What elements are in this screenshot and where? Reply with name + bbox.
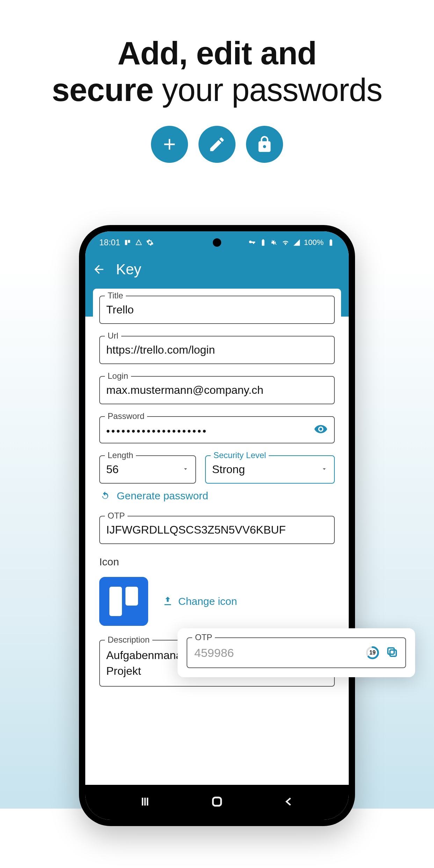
otp-field[interactable]: OTP IJFWGRDLLQSCS3Z5N5VV6KBUF xyxy=(99,516,335,544)
description-label: Description xyxy=(105,635,152,645)
login-field[interactable]: Login max.mustermann@company.ch xyxy=(99,376,335,404)
lock-icon xyxy=(246,126,283,163)
signal-icon xyxy=(293,239,301,246)
security-level-value: Strong xyxy=(212,463,245,476)
otp-popup-field: OTP 459986 19 xyxy=(187,637,406,668)
vpn-key-icon xyxy=(248,239,256,246)
recents-button[interactable] xyxy=(139,796,151,809)
home-button[interactable] xyxy=(210,795,224,810)
url-value: https://trello.com/login xyxy=(106,343,328,356)
battery-percent: 100% xyxy=(304,238,324,247)
length-value: 56 xyxy=(106,463,119,476)
length-field[interactable]: Length 56 xyxy=(99,455,196,484)
android-nav-bar xyxy=(85,785,349,820)
copy-button[interactable] xyxy=(386,646,398,660)
change-icon-label: Change icon xyxy=(178,595,237,607)
promo-line2: secure your passwords xyxy=(0,72,434,108)
status-time: 18:01 xyxy=(99,238,120,247)
change-icon-button[interactable]: Change icon xyxy=(162,595,237,607)
password-field[interactable]: Password •••••••••••••••••••• xyxy=(99,416,335,443)
status-app-icon xyxy=(124,239,131,246)
otp-timer-value: 19 xyxy=(366,646,379,660)
login-value: max.mustermann@company.ch xyxy=(106,384,328,397)
svg-rect-0 xyxy=(213,797,221,805)
app-bar-title: Key xyxy=(116,261,141,278)
otp-timer: 19 xyxy=(366,646,379,660)
generate-password-button[interactable]: Generate password xyxy=(100,490,335,502)
url-field[interactable]: Url https://trello.com/login xyxy=(99,336,335,364)
title-field[interactable]: Title Trello xyxy=(99,296,335,324)
status-warning-icon xyxy=(135,239,143,246)
phone-screen: 18:01 100% Key xyxy=(85,231,349,820)
otp-popup: OTP 459986 19 xyxy=(178,628,415,677)
camera-notch xyxy=(213,238,221,247)
promo-line1: Add, edit and xyxy=(0,35,434,72)
title-label: Title xyxy=(105,291,126,301)
app-bar: Key xyxy=(85,254,349,285)
phone-frame: 18:01 100% Key xyxy=(79,225,355,826)
battery-icon xyxy=(327,239,335,246)
promo-icons xyxy=(0,126,434,163)
svg-rect-4 xyxy=(388,648,394,654)
add-icon xyxy=(151,126,188,163)
mute-icon xyxy=(270,239,278,246)
chevron-down-icon xyxy=(321,465,328,474)
generate-password-label: Generate password xyxy=(117,490,208,502)
otp-code: 459986 xyxy=(194,646,234,660)
otp-value: IJFWGRDLLQSCS3Z5N5VV6KBUF xyxy=(106,523,328,536)
length-label: Length xyxy=(105,450,136,460)
svg-rect-3 xyxy=(390,650,396,656)
password-value: •••••••••••••••••••• xyxy=(106,425,310,437)
toggle-visibility-button[interactable] xyxy=(314,422,328,437)
status-settings-icon xyxy=(146,239,154,246)
security-level-label: Security Level xyxy=(211,450,269,460)
otp-label: OTP xyxy=(105,511,128,521)
otp-popup-label: OTP xyxy=(192,632,215,642)
edit-icon xyxy=(198,126,236,163)
login-label: Login xyxy=(105,371,131,381)
wifi-icon xyxy=(282,239,289,246)
security-level-field[interactable]: Security Level Strong xyxy=(205,455,335,484)
password-label: Password xyxy=(105,411,147,421)
trello-app-icon xyxy=(99,577,148,626)
url-label: Url xyxy=(105,331,121,341)
icon-section-label: Icon xyxy=(99,556,335,568)
promo-heading: Add, edit and secure your passwords xyxy=(0,0,434,108)
back-nav-button[interactable] xyxy=(283,796,295,809)
battery-saver-icon xyxy=(259,239,267,246)
title-value: Trello xyxy=(106,303,328,316)
chevron-down-icon xyxy=(182,465,189,474)
back-button[interactable] xyxy=(92,263,106,276)
